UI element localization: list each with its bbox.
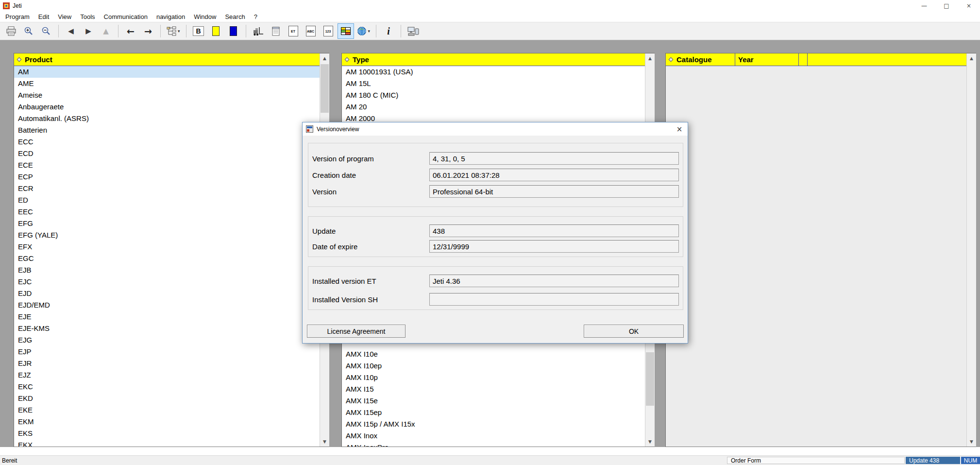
menu-item[interactable]: Search	[220, 12, 249, 21]
list-item[interactable]: EKS	[14, 428, 320, 439]
vehicle-catalog-button[interactable]	[250, 23, 267, 39]
list-item[interactable]: Automatikanl. (ASRS)	[14, 113, 320, 124]
list-item[interactable]: AMX InoxPro	[342, 442, 645, 447]
list-item[interactable]: EJD/EMD	[14, 299, 320, 311]
scrollbar-thumb[interactable]	[646, 352, 654, 406]
blue-marker-button[interactable]	[225, 23, 242, 39]
list-item[interactable]: Anbaugeraete	[14, 101, 320, 113]
list-item[interactable]: AMX I15p / AMX I15x	[342, 418, 645, 430]
list-item[interactable]: ECP	[14, 171, 320, 183]
nav-up-button[interactable]: ▲	[98, 23, 114, 39]
scroll-up-icon[interactable]: ▲	[320, 53, 329, 63]
list-item[interactable]: EJG	[14, 334, 320, 346]
et-list-button[interactable]: ET	[285, 23, 302, 39]
terminal-button[interactable]	[405, 23, 422, 39]
list-item[interactable]: AM 15L	[342, 78, 645, 89]
list-item[interactable]: ECC	[14, 136, 320, 148]
language-button[interactable]: ▾	[355, 23, 372, 39]
list-item[interactable]: AM 180 C (MIC)	[342, 89, 645, 101]
license-agreement-button[interactable]: License Agreement	[307, 325, 406, 338]
list-item[interactable]: EJZ	[14, 369, 320, 381]
numeric-index-button[interactable]: 123	[320, 23, 337, 39]
back-button[interactable]: ←	[122, 23, 139, 39]
list-item[interactable]: EKM	[14, 416, 320, 428]
list-item[interactable]: EKC	[14, 381, 320, 393]
list-item[interactable]: EKE	[14, 404, 320, 416]
field-label: Creation date	[312, 171, 429, 179]
catalogue-scrollbar[interactable]: ▲ ▼	[966, 53, 976, 447]
catalogue-header-cell[interactable]: Catalogue	[666, 53, 735, 66]
type-header-cell[interactable]: Type	[342, 53, 645, 66]
menu-item[interactable]: Communication	[100, 12, 152, 21]
list-item[interactable]: ECR	[14, 183, 320, 194]
list-item[interactable]: EFG	[14, 218, 320, 229]
list-item[interactable]: AM	[14, 66, 320, 78]
list-item[interactable]: AMX I10e	[342, 348, 645, 360]
info-button[interactable]: i	[380, 23, 397, 39]
list-item[interactable]: EJD	[14, 288, 320, 299]
menu-item[interactable]: Window	[189, 12, 220, 21]
scroll-up-icon[interactable]: ▲	[645, 53, 655, 63]
list-item[interactable]: EJB	[14, 264, 320, 276]
list-item[interactable]: AMX I10p	[342, 372, 645, 383]
list-item[interactable]: EKX	[14, 439, 320, 447]
list-item[interactable]: EJC	[14, 276, 320, 288]
scroll-up-icon[interactable]: ▲	[967, 53, 976, 63]
devices-icon	[407, 26, 419, 36]
list-item[interactable]: AM 10001931 (USA)	[342, 66, 645, 78]
nav-prev-button[interactable]: ◀	[63, 23, 79, 39]
yellow-marker-button[interactable]	[208, 23, 224, 39]
list-item[interactable]: AMX I10ep	[342, 360, 645, 372]
print-button[interactable]	[3, 23, 19, 39]
menu-item[interactable]: Tools	[76, 12, 99, 21]
list-item[interactable]: ED	[14, 194, 320, 206]
zoom-out-button[interactable]	[38, 23, 54, 39]
list-item[interactable]: EFG (YALE)	[14, 229, 320, 241]
list-item[interactable]: EEC	[14, 206, 320, 218]
menu-item[interactable]: ?	[250, 12, 262, 21]
year-header-cell[interactable]: Year	[735, 53, 799, 66]
scroll-down-icon[interactable]: ▼	[320, 437, 329, 447]
list-item[interactable]: Batterien	[14, 124, 320, 136]
b-button[interactable]: B	[190, 23, 207, 39]
list-item[interactable]: AMX I15e	[342, 395, 645, 407]
list-item[interactable]: ECE	[14, 159, 320, 171]
list-item[interactable]: EFX	[14, 241, 320, 253]
dialog-close-button[interactable]: ×	[671, 122, 688, 136]
maximize-button[interactable]: □	[935, 0, 958, 11]
nav-next-button[interactable]: ▶	[80, 23, 97, 39]
menu-item[interactable]: Edit	[34, 12, 53, 21]
list-item[interactable]: EJR	[14, 358, 320, 369]
product-header-cell[interactable]: Product	[14, 53, 320, 66]
list-item[interactable]: AMX Inox	[342, 430, 645, 442]
list-item[interactable]: AME	[14, 78, 320, 89]
dropdown-caret-icon: ▾	[178, 29, 180, 34]
list-item[interactable]: EJP	[14, 346, 320, 358]
menu-item[interactable]: View	[53, 12, 76, 21]
list-item[interactable]: EJE-KMS	[14, 323, 320, 334]
scroll-down-icon[interactable]: ▼	[645, 437, 655, 447]
parts-table-button[interactable]	[338, 23, 354, 39]
close-button[interactable]: ×	[958, 0, 980, 11]
list-item[interactable]: AMX I15	[342, 383, 645, 395]
list-item[interactable]: EGC	[14, 253, 320, 264]
product-list: AMAMEAmeiseAnbaugeraeteAutomatikanl. (AS…	[14, 66, 320, 447]
version-overview-dialog: Versionoverview × Version of program 4, …	[302, 122, 688, 344]
list-item[interactable]: EKD	[14, 393, 320, 404]
tree-view-button[interactable]: ▾	[165, 23, 182, 39]
menu-item[interactable]: navigation	[152, 12, 189, 21]
abc-index-button[interactable]: ABC	[303, 23, 319, 39]
forward-button[interactable]: →	[140, 23, 156, 39]
list-item[interactable]: AM 20	[342, 101, 645, 113]
scrollbar-thumb[interactable]	[321, 64, 329, 113]
list-item[interactable]: Ameise	[14, 89, 320, 101]
scroll-down-icon[interactable]: ▼	[967, 437, 976, 447]
minimize-button[interactable]: —	[913, 0, 935, 11]
list-item[interactable]: ECD	[14, 148, 320, 159]
menu-item[interactable]: Program	[1, 12, 34, 21]
list-item[interactable]: AMX I15ep	[342, 407, 645, 418]
ok-button[interactable]: OK	[584, 325, 684, 338]
zoom-in-button[interactable]	[20, 23, 37, 39]
list-item[interactable]: EJE	[14, 311, 320, 323]
notes-button[interactable]	[268, 23, 284, 39]
